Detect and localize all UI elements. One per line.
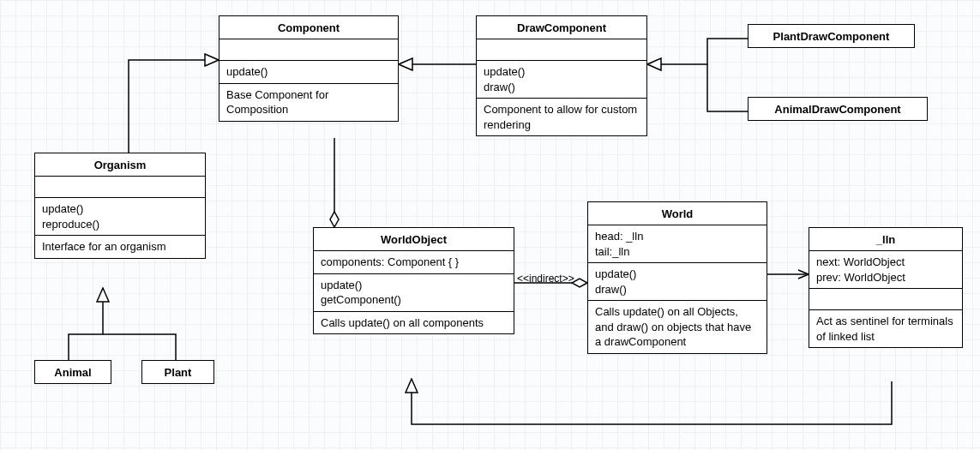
class-plantdrawcomponent: PlantDrawComponent bbox=[748, 24, 915, 48]
class-name: Plant bbox=[142, 361, 213, 383]
class-name: World bbox=[588, 202, 767, 225]
edge-label-indirect: <<indirect>> bbox=[517, 273, 574, 285]
class-name: DrawComponent bbox=[477, 16, 646, 39]
class-worldobject: WorldObject components: Component { } up… bbox=[313, 227, 514, 334]
class-lln: _lln next: WorldObject prev: WorldObject… bbox=[809, 227, 963, 348]
class-note: Component to allow for custom rendering bbox=[477, 99, 646, 135]
class-animaldrawcomponent: AnimalDrawComponent bbox=[748, 97, 928, 121]
class-attrs: next: WorldObject prev: WorldObject bbox=[809, 251, 962, 289]
class-attrs bbox=[35, 177, 205, 198]
class-attrs bbox=[219, 39, 398, 61]
class-name: _lln bbox=[809, 228, 962, 251]
class-methods: update() reproduce() bbox=[35, 198, 205, 236]
class-note: Interface for an organism bbox=[35, 236, 205, 258]
class-plant: Plant bbox=[141, 360, 214, 384]
class-component: Component update() Base Component for Co… bbox=[219, 15, 399, 122]
class-note: Act as sentinel for terminals of linked … bbox=[809, 310, 962, 347]
class-name: AnimalDrawComponent bbox=[749, 98, 927, 120]
diagram-canvas: Component update() Base Component for Co… bbox=[0, 0, 980, 450]
class-note: Base Component for Composition bbox=[219, 84, 398, 121]
class-attrs bbox=[477, 39, 646, 61]
class-organism: Organism update() reproduce() Interface … bbox=[34, 153, 206, 259]
class-methods bbox=[809, 289, 962, 310]
class-methods: update() bbox=[219, 61, 398, 84]
class-drawcomponent: DrawComponent update() draw() Component … bbox=[476, 15, 647, 136]
class-note: Calls update() on all components bbox=[314, 312, 514, 334]
class-methods: update() draw() bbox=[477, 61, 646, 99]
class-animal: Animal bbox=[34, 360, 111, 384]
class-world: World head: _lln tail:_lln update() draw… bbox=[587, 201, 767, 354]
class-name: Component bbox=[219, 16, 398, 39]
class-name: PlantDrawComponent bbox=[749, 25, 914, 47]
class-methods: update() draw() bbox=[588, 263, 767, 301]
class-methods: update() getComponent() bbox=[314, 274, 514, 312]
class-name: WorldObject bbox=[314, 228, 514, 251]
class-note: Calls update() on all Objects, and draw(… bbox=[588, 301, 767, 353]
class-attrs: head: _lln tail:_lln bbox=[588, 225, 767, 263]
class-name: Organism bbox=[35, 153, 205, 177]
class-attrs: components: Component { } bbox=[314, 251, 514, 274]
class-name: Animal bbox=[35, 361, 111, 383]
